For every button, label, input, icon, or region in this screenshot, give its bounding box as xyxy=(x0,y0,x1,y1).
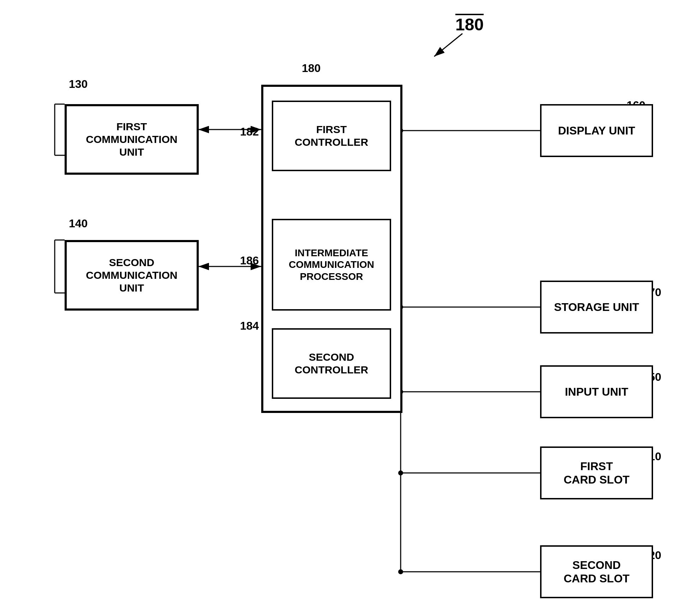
label-180: 180 xyxy=(302,62,321,75)
label-100: 180 xyxy=(455,15,484,34)
first-card-slot-box: FIRSTCARD SLOT xyxy=(540,446,653,499)
label-140: 140 xyxy=(69,217,88,230)
second-card-slot-label: SECONDCARD SLOT xyxy=(564,558,630,586)
intermediate-label: INTERMEDIATECOMMUNICATIONPROCESSOR xyxy=(289,247,374,283)
display-unit-box: DISPLAY UNIT xyxy=(540,104,653,157)
input-unit-box: INPUT UNIT xyxy=(540,365,653,418)
second-card-slot-box: SECONDCARD SLOT xyxy=(540,545,653,598)
input-unit-label: INPUT UNIT xyxy=(565,385,628,398)
first-controller-box: FIRSTCONTROLLER xyxy=(272,101,391,171)
label-182: 182 xyxy=(240,125,259,138)
label-130: 130 xyxy=(69,78,88,91)
svg-point-20 xyxy=(398,470,403,475)
label-184: 184 xyxy=(240,319,259,332)
second-communication-unit-box: SECONDCOMMUNICATIONUNIT xyxy=(65,240,199,311)
svg-point-22 xyxy=(398,569,403,574)
label-186: 186 xyxy=(240,254,259,267)
intermediate-processor-box: INTERMEDIATECOMMUNICATIONPROCESSOR xyxy=(272,219,391,311)
second-controller-box: SECONDCONTROLLER xyxy=(272,328,391,399)
storage-unit-box: STORAGE UNIT xyxy=(540,281,653,334)
svg-line-29 xyxy=(434,34,462,56)
first-comm-label: FIRSTCOMMUNICATIONUNIT xyxy=(86,120,177,158)
first-card-slot-label: FIRSTCARD SLOT xyxy=(564,460,630,487)
display-unit-label: DISPLAY UNIT xyxy=(558,124,635,137)
first-communication-unit-box: FIRSTCOMMUNICATIONUNIT xyxy=(65,104,199,175)
second-controller-label: SECONDCONTROLLER xyxy=(295,351,368,376)
second-comm-label: SECONDCOMMUNICATIONUNIT xyxy=(86,256,177,294)
first-controller-label: FIRSTCONTROLLER xyxy=(295,123,368,149)
storage-unit-label: STORAGE UNIT xyxy=(554,300,639,314)
diagram: 180 130 FIRSTCOMMUNICATIONUNIT 140 SECON… xyxy=(0,0,700,612)
